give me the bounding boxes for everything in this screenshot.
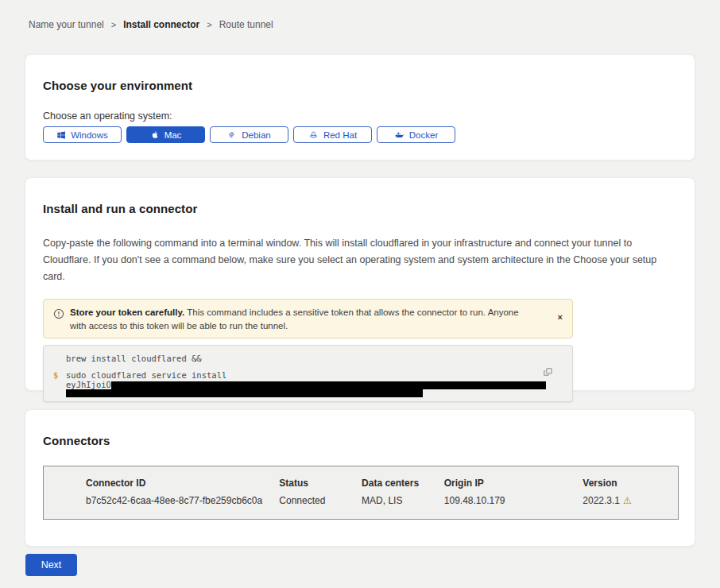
version-warning-icon: ⚠ <box>623 495 632 506</box>
redacted-token-bar <box>111 381 546 389</box>
column-header-origin-ip: Origin IP <box>444 478 583 489</box>
os-button-label: Debian <box>242 130 270 140</box>
origin-ip-value: 109.48.10.179 <box>444 495 583 506</box>
breadcrumb: Name your tunnel > Install connector > R… <box>0 0 720 30</box>
code-line-token: eyJhIjoiO <box>66 381 572 389</box>
connectors-title: Connectors <box>43 434 677 447</box>
version-value: 2022.3.1 ⚠ <box>583 495 678 506</box>
install-connector-card: Install and run a connector Copy-paste t… <box>25 177 695 391</box>
token-warning-banner: Store your token carefully. This command… <box>43 299 573 338</box>
token-prefix: eyJhIjoiO <box>66 381 111 389</box>
column-header-status: Status <box>279 478 362 489</box>
os-button-docker[interactable]: Docker <box>377 126 455 143</box>
column-header-data-centers: Data centers <box>362 478 444 489</box>
alert-circle-icon <box>53 308 64 323</box>
connector-id-column: Connector ID b7c52c42-6caa-48ee-8c77-fbe… <box>86 478 279 519</box>
os-button-label: Windows <box>71 130 108 140</box>
apple-icon <box>150 130 160 140</box>
column-header-version: Version <box>583 478 678 489</box>
copy-icon[interactable] <box>542 366 553 380</box>
os-button-label: Red Hat <box>323 130 357 140</box>
connectors-card: Connectors Connector ID b7c52c42-6caa-48… <box>25 409 695 547</box>
docker-icon <box>394 130 405 140</box>
install-connector-description: Copy-paste the following command into a … <box>43 235 677 285</box>
os-button-group: Windows Mac Debian Red Hat Docker <box>43 126 677 143</box>
os-button-redhat[interactable]: Red Hat <box>293 126 372 143</box>
code-line-brew-install: brew install cloudflared && <box>66 354 572 363</box>
install-command-code-block: brew install cloudflared && $ sudo cloud… <box>43 345 573 402</box>
data-centers-value: MAD, LIS <box>362 495 444 506</box>
redhat-icon <box>308 130 319 140</box>
shell-prompt: $ <box>53 371 58 380</box>
debian-icon <box>227 130 237 140</box>
data-centers-column: Data centers MAD, LIS <box>362 478 444 519</box>
next-button[interactable]: Next <box>25 554 77 576</box>
os-button-mac[interactable]: Mac <box>126 126 205 143</box>
version-number: 2022.3.1 <box>583 495 620 506</box>
breadcrumb-route-tunnel[interactable]: Route tunnel <box>219 19 273 30</box>
token-warning-text: Store your token carefully. This command… <box>70 306 564 332</box>
os-button-windows[interactable]: Windows <box>43 126 122 143</box>
connectors-table: Connector ID b7c52c42-6caa-48ee-8c77-fbe… <box>43 466 679 520</box>
breadcrumb-install-connector[interactable]: Install connector <box>123 19 199 30</box>
install-connector-title: Install and run a connector <box>43 202 677 215</box>
close-icon[interactable]: × <box>558 313 563 322</box>
os-button-label: Docker <box>409 130 438 140</box>
status-column: Status Connected <box>279 478 362 519</box>
choose-environment-title: Choose your environment <box>43 79 677 92</box>
os-button-label: Mac <box>165 130 182 140</box>
version-column: Version 2022.3.1 ⚠ <box>583 478 678 519</box>
os-button-debian[interactable]: Debian <box>210 126 288 143</box>
windows-icon <box>56 130 66 140</box>
token-warning-bold: Store your token carefully. <box>70 308 184 317</box>
choose-environment-card: Choose your environment Choose an operat… <box>25 54 695 161</box>
column-header-connector-id: Connector ID <box>86 478 279 489</box>
origin-ip-column: Origin IP 109.48.10.179 <box>444 478 583 519</box>
connector-id-value: b7c52c42-6caa-48ee-8c77-fbe259cb6c0a <box>86 495 279 506</box>
breadcrumb-separator: > <box>111 20 116 29</box>
redacted-token-bar <box>66 389 423 397</box>
status-badge: Connected <box>279 495 362 506</box>
os-select-label: Choose an operating system: <box>43 110 677 122</box>
code-line-service-install: sudo cloudflared service install <box>66 371 572 380</box>
breadcrumb-name-your-tunnel[interactable]: Name your tunnel <box>29 19 104 30</box>
breadcrumb-separator: > <box>207 20 211 29</box>
